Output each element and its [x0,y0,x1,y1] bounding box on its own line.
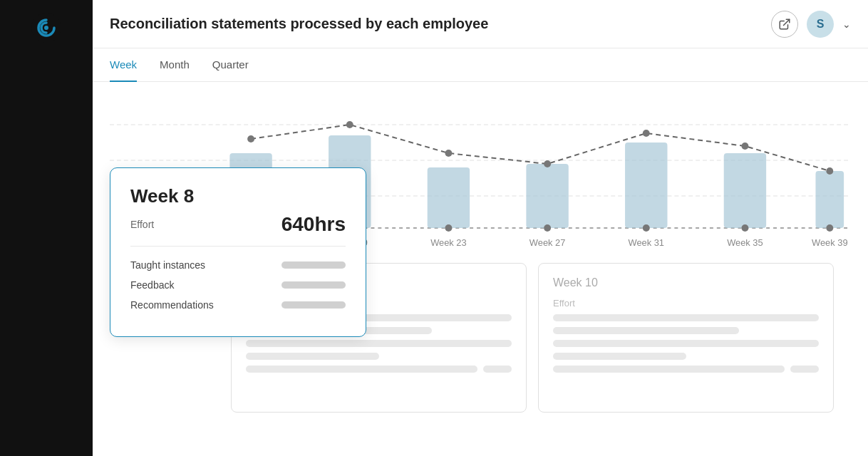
tab-quarter[interactable]: Quarter [212,48,249,82]
skeleton-bar [246,340,512,347]
skeleton-bar [553,366,785,373]
svg-point-1 [44,26,48,30]
skeleton-bar [553,327,739,334]
svg-line-2 [784,19,790,25]
tooltip-item-feedback: Feedback [130,279,346,291]
skeleton-bar [246,366,477,373]
skeleton-bar [246,353,379,360]
left-sidebar [0,0,93,456]
skeleton-bar [483,366,512,373]
svg-rect-9 [428,167,470,228]
week-10-title: Week 10 [553,276,819,289]
header-actions: S ⌄ [771,11,851,38]
svg-text:Week 35: Week 35 [727,237,763,248]
tooltip-feedback-label: Feedback [130,279,174,291]
tooltip-effort-label: Effort [130,219,154,230]
svg-point-26 [741,224,748,232]
week-10-card: Week 10 Effort [538,263,834,413]
tooltip-effort-value: 640hrs [281,213,346,236]
svg-text:Week 27: Week 27 [529,237,566,248]
tab-month[interactable]: Month [160,48,190,82]
skeleton-bar [553,314,819,321]
skeleton-bar [553,340,819,347]
week-10-effort-label: Effort [553,298,819,309]
skeleton-bar [790,366,819,373]
tabs-container: Week Month Quarter [93,48,868,82]
tooltip-taught-label: Taught instances [130,259,205,271]
skeleton-bar [553,353,686,360]
tooltip-feedback-bar [281,281,346,289]
svg-point-24 [544,224,551,232]
header: Reconciliation statements processed by e… [93,0,868,48]
svg-point-23 [445,224,452,232]
svg-point-25 [643,224,650,232]
avatar[interactable]: S [807,11,834,38]
chevron-down-icon[interactable]: ⌄ [842,19,851,30]
tooltip-week-title: Week 8 [130,185,346,207]
svg-rect-10 [526,164,568,228]
export-button[interactable] [771,11,798,38]
tooltip-taught-bar [281,261,346,269]
svg-rect-13 [815,171,844,228]
svg-point-14 [247,135,254,142]
app-logo-icon [31,13,61,43]
svg-text:Week 23: Week 23 [430,237,467,248]
svg-rect-11 [625,142,667,228]
tooltip-item-recommendations: Recommendations [130,299,346,311]
page-title: Reconciliation statements processed by e… [110,16,771,32]
chart-area: Wk 15 Week 19 Week 23 Week 27 Week 31 We… [93,82,868,456]
svg-text:Week 31: Week 31 [629,237,665,248]
svg-rect-12 [724,153,766,228]
svg-point-17 [544,160,551,167]
main-content: Reconciliation statements processed by e… [93,0,868,456]
svg-point-18 [643,130,650,137]
tooltip-recommendations-bar [281,301,346,309]
svg-point-16 [445,150,452,157]
tooltip-effort-row: Effort 640hrs [130,213,346,247]
svg-point-20 [826,167,833,175]
svg-text:Week 39: Week 39 [812,237,848,248]
svg-point-27 [826,224,833,232]
tab-week[interactable]: Week [110,48,137,82]
svg-point-19 [741,142,748,150]
tooltip-item-taught: Taught instances [130,259,346,271]
svg-point-15 [346,121,353,128]
week-8-tooltip: Week 8 Effort 640hrs Taught instances Fe… [110,167,366,337]
tooltip-recommendations-label: Recommendations [130,299,214,311]
